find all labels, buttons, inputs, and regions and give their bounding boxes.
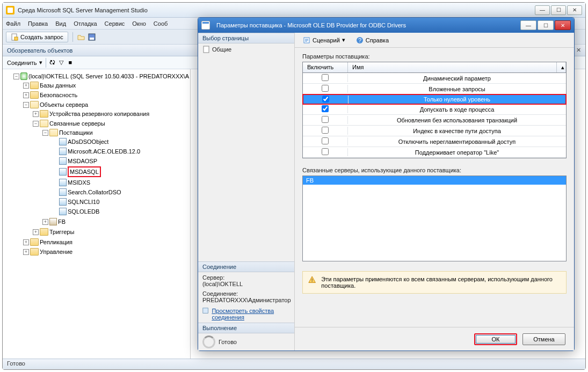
linked-server-item[interactable]: FB [303,176,566,185]
param-checkbox[interactable] [322,137,329,144]
param-row[interactable]: Индекс в качестве пути доступа [303,126,566,136]
sep [72,32,73,42]
ssms-title: Среда Microsoft SQL Server Management St… [18,7,148,13]
linked-servers-node[interactable]: Связанные серверы [49,119,105,128]
management-node[interactable]: Управление [40,247,72,256]
param-row[interactable]: Поддерживает оператор "Like" [303,147,566,158]
param-checkbox[interactable] [322,85,329,92]
param-row[interactable]: Динамический параметр [303,73,566,84]
expander-icon[interactable]: − [13,74,19,79]
menu-file[interactable]: Файл [6,20,20,27]
provider-item[interactable]: Microsoft.ACE.OLEDB.12.0 [68,147,140,156]
param-checkbox[interactable] [322,105,329,112]
expander-icon[interactable]: + [42,219,48,225]
col-name-header[interactable]: Имя [348,62,557,72]
menu-window[interactable]: Окно [132,20,146,27]
expander-icon[interactable]: + [33,229,39,235]
general-page-item[interactable]: Общие [202,46,290,53]
linked-servers-list[interactable]: FB [302,176,567,261]
param-row[interactable]: Допускать в ходе процесса [303,104,566,115]
svg-rect-7 [202,22,209,24]
object-explorer-tree[interactable]: −(local)\OKTELL (SQL Server 10.50.4033 -… [3,69,191,359]
provider-icon [59,208,67,215]
cancel-button[interactable]: Отмена [522,333,565,345]
server-node[interactable]: (local)\OKTELL (SQL Server 10.50.4033 - … [28,72,189,81]
minimize-button[interactable]: — [535,5,550,15]
server-objects-node[interactable]: Объекты сервера [40,100,88,109]
close-button[interactable]: ✕ [567,5,582,15]
replication-node[interactable]: Репликация [40,238,72,246]
provider-item[interactable]: SQLNCLI10 [68,198,99,206]
general-page-label: Общие [212,46,231,53]
expander-icon[interactable]: + [23,92,29,98]
ok-button[interactable]: ОК [474,333,517,345]
expander-icon[interactable]: − [33,121,39,127]
col-enable-header[interactable]: Включить [303,62,348,72]
filter-icon[interactable]: ▽ [59,59,67,67]
stop-icon[interactable]: ■ [69,59,76,67]
maximize-button[interactable]: ☐ [551,5,566,15]
param-row[interactable]: Только нулевой уровень [302,94,567,105]
folder-icon [30,101,39,108]
script-button[interactable]: Сценарий ▾ [299,35,349,46]
help-button[interactable]: ? Справка [352,35,393,46]
triggers-node[interactable]: Триггеры [49,228,74,236]
provider-item[interactable]: Search.CollatorDSO [68,188,121,196]
dropdown-icon[interactable]: ▾ [39,59,42,66]
param-row[interactable]: Обновления без использования транзакций [303,115,566,126]
help-label: Справка [366,37,389,43]
folder-icon [30,248,39,256]
expander-icon[interactable]: + [33,111,39,117]
provider-item[interactable]: MSDASQL [68,166,101,177]
script-icon [303,37,310,44]
provider-item[interactable]: SQLOLEDB [68,207,99,216]
connection-header: Соединение [198,261,294,272]
server-icon [20,72,27,80]
param-checkbox[interactable] [322,127,329,134]
dialog-maximize-button[interactable]: ☐ [538,20,554,30]
spinner-icon [202,335,215,348]
dialog-titlebar[interactable]: Параметры поставщика - Microsoft OLE DB … [198,18,574,33]
param-checkbox[interactable] [322,148,329,155]
fb-node[interactable]: FB [58,217,66,226]
object-explorer-title: Обозреватель объектов [7,47,72,54]
linked-server-icon [49,218,57,225]
security-node[interactable]: Безопасность [40,91,77,99]
param-checkbox[interactable] [322,116,329,123]
provider-item[interactable]: MSDAOSP [68,157,97,165]
sep [46,58,46,68]
warning-text: Эти параметры применяются ко всем связан… [321,276,561,289]
menu-debug[interactable]: Отладка [74,20,97,27]
expander-icon[interactable]: + [23,83,29,89]
param-checkbox[interactable] [322,74,329,81]
param-checkbox[interactable] [322,96,329,103]
provider-item[interactable]: MSIDXS [68,178,90,187]
menu-edit[interactable]: Правка [28,20,48,27]
connect-button[interactable]: Соединить [7,60,37,66]
expander-icon[interactable]: + [23,249,29,255]
menu-community[interactable]: Сооб [154,20,168,27]
menu-view[interactable]: Вид [55,20,66,27]
expander-icon[interactable]: + [23,239,29,245]
scroll-up-icon[interactable]: ▴ [557,62,566,72]
svg-rect-5 [90,38,94,40]
save-icon[interactable] [88,33,96,41]
provider-icon [59,148,67,155]
menu-tools[interactable]: Сервис [105,20,125,27]
view-connection-properties-link[interactable]: Просмотреть свойства соединения [212,308,290,320]
refresh-icon[interactable]: 🗘 [49,59,57,67]
open-icon[interactable] [77,33,85,41]
progress-status: Готово [219,339,237,345]
new-query-button[interactable]: Создать запрос [6,32,68,42]
databases-node[interactable]: Базы данных [40,81,76,90]
provider-item[interactable]: ADsDSOObject [68,137,108,146]
backup-devices-node[interactable]: Устройства резервного копирования [49,110,149,118]
dialog-minimize-button[interactable]: — [520,20,536,30]
dialog-close-button[interactable]: ✕ [555,20,571,30]
param-row[interactable]: Отключить нерегламентированный доступ [303,136,566,147]
expander-icon[interactable]: − [42,130,48,136]
providers-node[interactable]: Поставщики [59,128,93,137]
expander-icon[interactable]: − [23,102,29,108]
param-row[interactable]: Вложенные запросы [303,84,566,94]
ssms-titlebar: Среда Microsoft SQL Server Management St… [3,3,585,18]
